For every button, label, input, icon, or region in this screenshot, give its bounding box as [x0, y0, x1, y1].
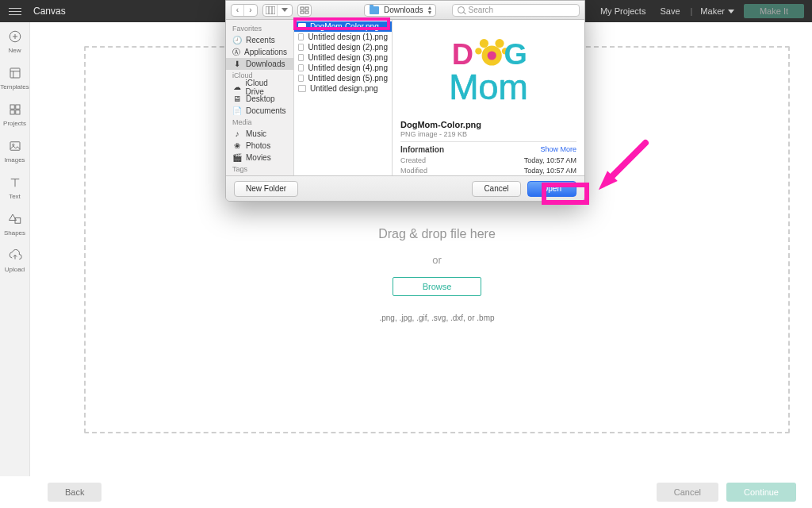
rail-images[interactable]: Images [0, 138, 30, 164]
svg-rect-5 [15, 110, 19, 114]
file-icon [298, 44, 304, 51]
text-icon [7, 175, 23, 190]
rail-new[interactable]: New [0, 29, 30, 54]
app-icon: Ⓐ [232, 48, 240, 56]
chevron-right-icon[interactable]: › [244, 5, 257, 16]
plus-circle-icon [7, 29, 23, 44]
file-icon [298, 54, 304, 61]
file-row[interactable]: Untitled design (4).png [294, 63, 392, 73]
chevron-left-icon[interactable]: ‹ [232, 5, 244, 16]
view-mode-segment[interactable] [262, 4, 293, 17]
dialog-sidebar: Favorites 🕘Recents ⒶApplications ⬇Downlo… [226, 20, 294, 175]
file-icon [298, 75, 304, 82]
browse-button[interactable]: Browse [393, 277, 481, 296]
sidebar-item-photos[interactable]: ❀Photos [226, 140, 293, 152]
rail-templates[interactable]: Templates [0, 65, 30, 90]
dropzone-headline: Drag & drop file here [378, 227, 496, 241]
sidebar-sec-media: Media [226, 117, 293, 128]
sidebar-item-recents[interactable]: 🕘Recents [226, 34, 293, 46]
svg-text:G: G [504, 37, 527, 71]
info-row: CreatedToday, 10:57 AM [400, 156, 576, 164]
save-link[interactable]: Save [653, 6, 687, 16]
menu-button[interactable] [0, 0, 30, 22]
bottom-bar: Back Cancel Continue [0, 476, 812, 508]
shapes-icon [7, 211, 23, 227]
sidebar-item-movies[interactable]: 🎬Movies [226, 152, 293, 164]
new-folder-button[interactable]: New Folder [234, 181, 298, 197]
folder-icon [370, 6, 379, 14]
file-row[interactable]: Untitled design (2).png [294, 42, 392, 52]
preview-image: D G Mom [433, 26, 544, 118]
annotation-arrow-icon [595, 137, 658, 200]
file-icon [298, 64, 304, 71]
rail-text[interactable]: Text [0, 175, 30, 200]
machine-label: Maker [700, 6, 725, 16]
sidebar-item-music[interactable]: ♪Music [226, 128, 293, 140]
show-more-link[interactable]: Show More [540, 145, 576, 154]
cloud-icon: ☁ [232, 83, 242, 91]
dialog-cancel-button[interactable]: Cancel [472, 181, 520, 197]
search-placeholder: Search [468, 6, 493, 14]
svg-rect-4 [10, 110, 14, 114]
cancel-button[interactable]: Cancel [657, 483, 718, 502]
file-row[interactable]: Untitled design (3).png [294, 52, 392, 63]
preview-subtitle: PNG image - 219 KB [400, 130, 576, 138]
file-icon [298, 33, 304, 40]
nav-back-forward[interactable]: ‹ › [231, 4, 258, 17]
machine-selector[interactable]: Maker [695, 6, 739, 16]
sidebar-item-applications[interactable]: ⒶApplications [226, 46, 293, 58]
sidebar-item-documents[interactable]: 📄Documents [226, 105, 293, 117]
templates-icon [7, 65, 23, 81]
svg-line-23 [607, 143, 645, 181]
sidebar-sec-tags: Tags [226, 164, 293, 175]
doc-icon: 📄 [232, 107, 242, 115]
projects-icon [7, 102, 23, 117]
back-button[interactable]: Back [48, 483, 102, 502]
svg-point-18 [495, 39, 504, 48]
search-icon [458, 6, 465, 13]
make-it-button[interactable]: Make It [744, 4, 804, 18]
updown-icon: ▲▼ [427, 6, 433, 15]
svg-text:D: D [452, 37, 473, 71]
tool-rail: New Templates Projects Images Text Shape… [0, 22, 30, 508]
file-row[interactable]: Untitled design.png [294, 83, 392, 94]
my-projects-link[interactable]: My Projects [593, 6, 653, 16]
rail-shapes[interactable]: Shapes [0, 211, 30, 237]
dropzone-filetypes: .png, .jpg, .gif, .svg, .dxf, or .bmp [379, 314, 494, 322]
view-dropdown-icon[interactable] [278, 5, 292, 16]
file-row[interactable]: Untitled design (1).png [294, 32, 392, 42]
file-preview: D G Mom DogMom-Color.png PNG image - 219 [393, 20, 584, 175]
svg-rect-1 [10, 68, 20, 78]
file-open-dialog: ‹ › Downloads ▲▼ Search F [225, 0, 585, 202]
hamburger-icon [9, 8, 21, 15]
preview-filename: DogMom-Color.png [400, 120, 576, 129]
sidebar-item-iclouddrive[interactable]: ☁iCloud Drive [226, 81, 293, 93]
download-icon: ⬇ [232, 60, 242, 68]
info-row: ModifiedToday, 10:57 AM [400, 167, 576, 175]
columns-view-icon[interactable] [263, 5, 278, 16]
path-dropdown[interactable]: Downloads ▲▼ [364, 4, 436, 17]
continue-button[interactable]: Continue [726, 483, 796, 502]
dialog-footer: New Folder Cancel Open [226, 175, 584, 201]
file-list: DogMom-Color.png Untitled design (1).png… [294, 20, 393, 175]
path-label: Downloads [384, 6, 423, 14]
movies-icon: 🎬 [232, 154, 242, 162]
search-input[interactable]: Search [452, 4, 580, 17]
image-icon [7, 138, 23, 154]
rail-projects[interactable]: Projects [0, 102, 30, 127]
chevron-down-icon [728, 10, 734, 13]
group-button[interactable] [297, 4, 312, 17]
svg-rect-2 [10, 105, 14, 109]
info-heading: Information [400, 145, 444, 154]
rail-upload[interactable]: Upload [0, 248, 30, 273]
page-title: Canvas [30, 6, 66, 17]
divider: | [688, 6, 696, 16]
clock-icon: 🕘 [232, 37, 242, 44]
svg-point-17 [480, 39, 488, 48]
annotation-highlight-file [293, 17, 390, 30]
svg-rect-6 [10, 142, 20, 151]
file-row[interactable]: Untitled design (5).png [294, 73, 392, 83]
svg-text:Mom: Mom [449, 67, 528, 106]
sidebar-item-downloads[interactable]: ⬇Downloads [226, 58, 293, 70]
group-icon[interactable] [298, 5, 311, 16]
